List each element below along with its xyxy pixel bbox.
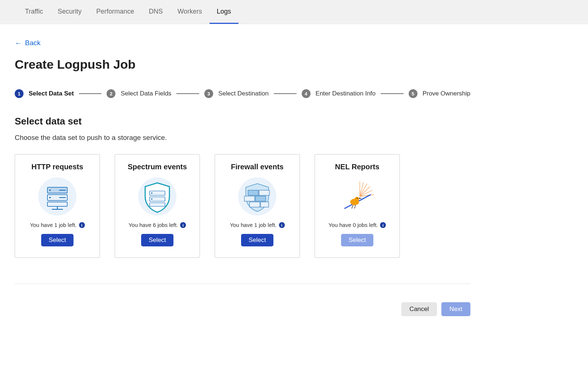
tab-dns[interactable]: DNS — [141, 0, 170, 24]
step-1[interactable]: 1 Select Data Set — [15, 89, 74, 98]
card-title: HTTP requests — [32, 163, 83, 171]
step-number-badge: 4 — [302, 89, 311, 98]
step-number-badge: 2 — [107, 89, 115, 98]
tab-label: Traffic — [25, 8, 43, 15]
svg-rect-19 — [244, 196, 255, 201]
info-icon[interactable]: i — [180, 222, 186, 228]
svg-point-14 — [151, 192, 153, 194]
select-button: Select — [341, 234, 373, 246]
svg-point-31 — [355, 197, 359, 201]
step-connector — [274, 93, 297, 94]
step-connector — [176, 93, 199, 94]
next-button[interactable]: Next — [441, 302, 470, 316]
step-3[interactable]: 3 Select Destination — [204, 89, 269, 98]
svg-line-34 — [352, 205, 353, 209]
tab-label: Workers — [178, 8, 202, 15]
svg-rect-3 — [47, 202, 67, 206]
tab-performance[interactable]: Performance — [89, 0, 141, 24]
info-icon[interactable]: i — [79, 222, 85, 228]
step-4[interactable]: 4 Enter Destination Info — [302, 89, 376, 98]
step-label: Select Data Fields — [121, 90, 171, 97]
card-spectrum-events: Spectrum events You have 6 jobs left. i … — [115, 154, 200, 258]
step-label: Select Destination — [218, 90, 269, 97]
tab-label: Logs — [217, 8, 231, 15]
svg-line-26 — [360, 187, 370, 196]
card-http-requests: HTTP requests You have 1 job left. — [15, 154, 100, 258]
step-5[interactable]: 5 Prove Ownership — [409, 89, 470, 98]
jobs-text: You have 1 job left. — [30, 222, 76, 228]
tab-workers[interactable]: Workers — [170, 0, 209, 24]
step-number-badge: 1 — [15, 89, 24, 98]
arrow-left-icon: ← — [15, 39, 22, 47]
divider — [15, 283, 470, 284]
svg-line-24 — [360, 182, 363, 196]
card-title: Firewall events — [231, 163, 283, 171]
step-label: Enter Destination Info — [316, 90, 376, 97]
svg-rect-18 — [259, 190, 269, 195]
server-icon — [37, 176, 78, 217]
svg-rect-22 — [261, 202, 269, 207]
svg-marker-32 — [359, 198, 362, 199]
tab-label: Performance — [96, 8, 134, 15]
step-label: Select Data Set — [29, 90, 74, 97]
jobs-text: You have 6 jobs left. — [129, 222, 178, 228]
jobs-text: You have 1 job left. — [230, 222, 276, 228]
shield-server-icon — [137, 176, 178, 217]
svg-rect-17 — [248, 190, 258, 195]
jobs-remaining: You have 1 job left. i — [230, 222, 284, 228]
select-button[interactable]: Select — [141, 234, 173, 246]
select-button[interactable]: Select — [241, 234, 273, 246]
jobs-remaining: You have 6 jobs left. i — [129, 222, 186, 228]
footer-actions: Cancel Next — [15, 302, 470, 316]
jobs-remaining: You have 1 job left. i — [30, 222, 85, 228]
stepper: 1 Select Data Set 2 Select Data Fields 3… — [15, 89, 470, 98]
back-link[interactable]: ← Back — [15, 39, 40, 47]
tab-traffic[interactable]: Traffic — [18, 0, 50, 24]
card-nel-reports: NEL Reports — [315, 154, 400, 258]
tab-label: Security — [58, 8, 82, 15]
card-title: Spectrum events — [128, 163, 187, 171]
top-nav: Traffic Security Performance DNS Workers… — [0, 0, 588, 24]
svg-point-33 — [357, 198, 358, 199]
dataset-cards: HTTP requests You have 1 job left. — [15, 154, 470, 258]
svg-rect-20 — [255, 196, 266, 201]
tab-logs[interactable]: Logs — [209, 0, 239, 24]
svg-point-4 — [49, 189, 51, 191]
firewall-shield-icon — [237, 176, 277, 217]
step-number-badge: 5 — [409, 89, 417, 98]
svg-point-15 — [151, 198, 153, 200]
cancel-button[interactable]: Cancel — [401, 302, 437, 316]
step-label: Prove Ownership — [423, 90, 470, 97]
bird-signal-icon — [337, 176, 377, 217]
step-2[interactable]: 2 Select Data Fields — [107, 89, 171, 98]
svg-rect-21 — [250, 202, 260, 207]
svg-rect-13 — [150, 203, 165, 206]
back-label: Back — [25, 39, 40, 47]
card-title: NEL Reports — [335, 163, 380, 171]
step-connector — [381, 93, 404, 94]
card-firewall-events: Firewall events You have 1 job left. i S… — [215, 154, 300, 258]
section-description: Choose the data set to push to a storage… — [15, 134, 470, 142]
info-icon[interactable]: i — [279, 222, 285, 228]
select-button[interactable]: Select — [41, 234, 73, 246]
jobs-text: You have 0 jobs left. — [329, 222, 378, 228]
svg-point-5 — [49, 197, 51, 198]
tab-label: DNS — [149, 8, 163, 15]
step-number-badge: 3 — [204, 89, 213, 98]
info-icon[interactable]: i — [380, 222, 386, 228]
svg-line-35 — [355, 205, 355, 209]
step-connector — [79, 93, 102, 94]
tab-security[interactable]: Security — [50, 0, 89, 24]
jobs-remaining: You have 0 jobs left. i — [329, 222, 386, 228]
section-title: Select data set — [15, 116, 470, 127]
page-title: Create Logpush Job — [15, 57, 470, 72]
